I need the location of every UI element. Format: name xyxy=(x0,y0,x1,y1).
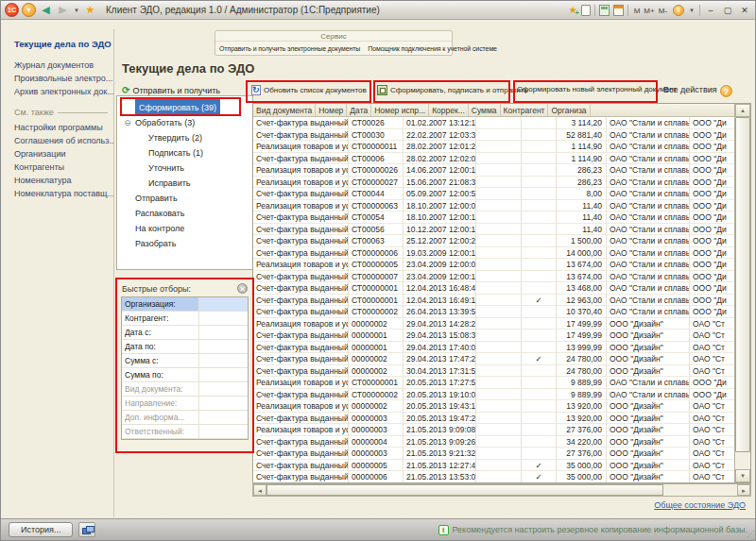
scroll-left-icon[interactable]: ◄ xyxy=(253,484,266,496)
scroll-down-icon[interactable]: ▼ xyxy=(735,469,750,482)
maximize-button[interactable]: ▢ xyxy=(721,4,734,16)
table-row[interactable]: Счет-фактура выданный СТ00000002 20.05.2… xyxy=(253,389,750,401)
tree-item[interactable]: Уточнить xyxy=(117,161,252,176)
sidebar-item[interactable]: Номенклатура поставщ... xyxy=(14,187,113,200)
table-row[interactable]: Счет-фактура выданный СТ00000001 12.04.2… xyxy=(253,295,750,307)
scrollbar-thumb[interactable] xyxy=(735,117,750,452)
table-row[interactable]: Счет-фактура выданный 00000002 29.04.201… xyxy=(253,353,750,365)
main-menu-icon[interactable]: ▼ xyxy=(22,3,36,17)
tree-item[interactable]: Сформировать (39) xyxy=(117,100,252,115)
table-row[interactable]: Счет-фактура выданный 00000001 29.04.201… xyxy=(253,342,750,354)
column-header[interactable]: Вид документа xyxy=(253,104,316,116)
column-header[interactable]: Организа xyxy=(548,104,590,116)
column-header[interactable]: Коррек... xyxy=(429,104,469,116)
tree-item[interactable]: Отправить xyxy=(117,191,252,206)
help-button[interactable]: ? xyxy=(720,85,732,97)
filter-value-field[interactable] xyxy=(199,297,248,311)
tree-item[interactable]: Распаковать xyxy=(117,206,252,221)
sidebar-item[interactable]: Произвольные электро... xyxy=(14,72,113,85)
table-row[interactable]: Счет-фактура выданный СТ00044 05.09.2007… xyxy=(253,188,750,200)
table-row[interactable]: Счет-фактура выданный СТ00026 01.02.2007… xyxy=(253,117,750,129)
tree-item[interactable]: Разобрать xyxy=(117,236,252,251)
filter-value-field[interactable] xyxy=(199,340,248,353)
table-row[interactable]: Счет-фактура выданный СТ00000001 12.04.2… xyxy=(253,282,750,295)
form-new-edoc-button[interactable]: Сформировать новый электронный документ xyxy=(517,85,677,93)
table-row[interactable]: Счет-фактура выданный СТ00000002 26.04.2… xyxy=(253,306,750,318)
minimize-button[interactable]: – xyxy=(704,4,717,16)
close-button[interactable]: ✕ xyxy=(738,4,751,16)
filter-value-field[interactable] xyxy=(199,354,248,367)
send-receive-button[interactable]: ⟳ Отправить и получить xyxy=(122,85,220,95)
app-logo-icon[interactable]: 1С xyxy=(5,3,19,17)
resize-grip[interactable]: ⋰ xyxy=(747,530,753,538)
sidebar-item[interactable]: Номенклатура xyxy=(14,174,113,187)
memory-button[interactable]: M- xyxy=(657,6,669,16)
sidebar-item[interactable]: Соглашения об использ... xyxy=(14,134,113,147)
send-receive-edocs-button[interactable]: Отправить и получить электронные докумен… xyxy=(215,45,364,52)
sidebar-item[interactable]: Настройки программы xyxy=(14,121,113,134)
table-row[interactable]: Реализация товаров и ус... 00000002 20.0… xyxy=(253,400,750,413)
filter-value-field[interactable] xyxy=(199,312,248,325)
memory-button[interactable]: M xyxy=(632,6,643,16)
tree-item[interactable]: На контроле xyxy=(117,221,252,236)
collapse-icon[interactable]: ⊖ xyxy=(123,115,132,130)
column-header[interactable]: Номер xyxy=(316,104,347,116)
all-actions-button[interactable]: Все действия ▼ xyxy=(663,85,728,94)
table-row[interactable]: Счет-фактура выданный 00000003 21.05.201… xyxy=(253,448,750,460)
favorites-star-icon[interactable]: ★ xyxy=(83,3,97,17)
document-icon[interactable] xyxy=(581,5,591,16)
table-row[interactable]: Счет-фактура выданный СТ00000007 23.04.2… xyxy=(253,271,750,283)
table-row[interactable]: Реализация товаров и ус... 00000002 29.0… xyxy=(253,318,750,330)
add-favorite-icon[interactable]: ★+ xyxy=(569,5,577,15)
scroll-right-icon[interactable]: ► xyxy=(737,484,750,496)
table-row[interactable]: Реализация товаров и ус... СТ00000027 15… xyxy=(253,177,750,189)
refresh-list-button[interactable]: Обновить список документов xyxy=(251,85,367,95)
table-row[interactable]: Реализация товаров и ус... СТ00000005 23… xyxy=(253,259,750,271)
form-sign-send-button[interactable]: Сформировать, подписать и отправить xyxy=(377,85,528,95)
history-button[interactable]: История... xyxy=(9,522,73,537)
sidebar-item[interactable]: Архив электронных док... xyxy=(14,85,113,98)
horizontal-scrollbar[interactable]: ◄ ► xyxy=(252,483,751,497)
tree-item[interactable]: Утвердить (2) xyxy=(117,130,252,145)
column-header[interactable]: Дата xyxy=(347,104,371,116)
calendar-icon[interactable] xyxy=(613,5,624,16)
history-dropdown-icon[interactable]: ▼ xyxy=(73,3,80,17)
table-row[interactable]: Счет-фактура выданный СТ00030 22.02.2007… xyxy=(253,129,750,142)
windows-icon[interactable] xyxy=(78,522,95,537)
table-row[interactable]: Счет-фактура выданный СТ00056 10.12.2007… xyxy=(253,224,750,236)
info-icon[interactable]: i xyxy=(438,525,449,535)
table-row[interactable]: Счет-фактура выданный 00000004 21.05.201… xyxy=(253,436,750,448)
vertical-scrollbar[interactable]: ▲ ▼ xyxy=(734,104,750,482)
close-icon[interactable]: ✕ xyxy=(237,283,248,294)
table-row[interactable]: Счет-фактура выданный 00000005 21.05.201… xyxy=(253,460,750,472)
table-row[interactable]: Счет-фактура выданный 00000006 21.05.201… xyxy=(253,471,750,482)
filter-value-field[interactable] xyxy=(199,425,248,438)
table-row[interactable]: Счет-фактура выданный 00000003 20.05.201… xyxy=(253,413,750,425)
table-row[interactable]: Реализация товаров и ус... СТ00000011 28… xyxy=(253,141,750,153)
column-header[interactable]: Номер испр... xyxy=(371,104,429,116)
info-dropdown-icon[interactable]: ▼ xyxy=(688,3,696,17)
tree-item[interactable]: Подписать (1) xyxy=(117,145,252,161)
sidebar-item[interactable]: Контрагенты xyxy=(14,161,113,174)
sidebar-active-section[interactable]: Текущие дела по ЭДО xyxy=(14,37,113,59)
sidebar-item[interactable]: Организации xyxy=(14,147,113,161)
tree-item[interactable]: ⊖ Обработать (3) xyxy=(117,115,252,130)
calculator-icon[interactable] xyxy=(599,5,610,16)
column-header[interactable]: Сумма xyxy=(469,104,501,116)
table-row[interactable]: Реализация товаров и ус... СТ00000001 20… xyxy=(253,377,750,389)
tree-item[interactable]: Исправить xyxy=(117,176,252,191)
table-row[interactable]: Счет-фактура выданный СТ00063 25.12.2007… xyxy=(253,235,750,247)
table-row[interactable]: Реализация товаров и ус... 00000003 21.0… xyxy=(253,424,750,436)
info-icon[interactable]: i xyxy=(673,5,684,16)
filter-value-field[interactable] xyxy=(199,368,248,381)
table-row[interactable]: Счет-фактура выданный СТ00000006 19.03.2… xyxy=(253,247,750,260)
table-row[interactable]: Реализация товаров и ус... СТ00000026 14… xyxy=(253,164,750,177)
table-row[interactable]: Счет-фактура выданный 00000002 30.04.201… xyxy=(253,365,750,378)
filter-value-field[interactable] xyxy=(199,397,248,410)
column-header[interactable]: Контрагент xyxy=(501,104,549,116)
filter-value-field[interactable] xyxy=(199,382,248,396)
table-row[interactable]: Реализация товаров и ус... СТ00000063 18… xyxy=(253,200,750,212)
filter-value-field[interactable] xyxy=(199,411,248,424)
edo-overall-state-link[interactable]: Общее состояние ЭДО xyxy=(654,500,746,510)
sidebar-item[interactable]: Журнал документов xyxy=(14,59,113,72)
